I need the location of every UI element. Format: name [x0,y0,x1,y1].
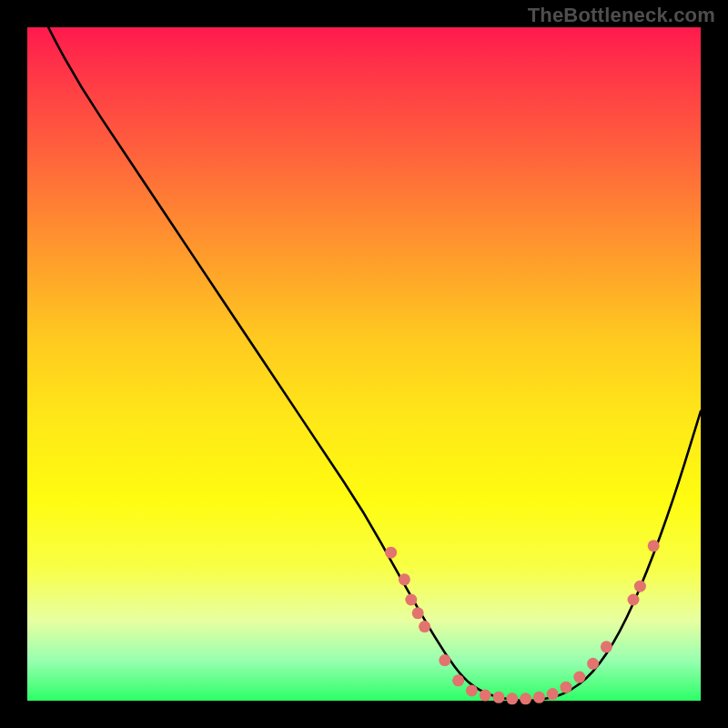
data-dot [506,693,518,704]
data-dot [547,688,559,700]
data-dot [561,682,572,693]
watermark-text: TheBottleneck.com [528,4,715,27]
data-dot [399,573,410,585]
data-dot [419,621,430,632]
chart-plot-area [27,27,701,701]
data-dot [452,674,464,686]
data-dot [439,654,450,666]
data-dot [648,540,660,551]
data-dot [480,690,491,702]
data-dot [587,658,599,670]
data-dot [634,581,646,592]
curve-dots [385,540,660,704]
bottleneck-curve [27,0,701,701]
data-dot [573,672,585,683]
chart-svg [27,27,701,701]
data-dot [466,684,478,696]
data-dot [533,692,545,703]
data-dot [412,607,424,619]
chart-frame: TheBottleneck.com [0,0,728,728]
data-dot [405,594,417,606]
data-dot [520,693,531,704]
data-dot [385,547,397,559]
data-dot [628,594,640,606]
data-dot [493,692,505,703]
data-dot [601,641,612,652]
